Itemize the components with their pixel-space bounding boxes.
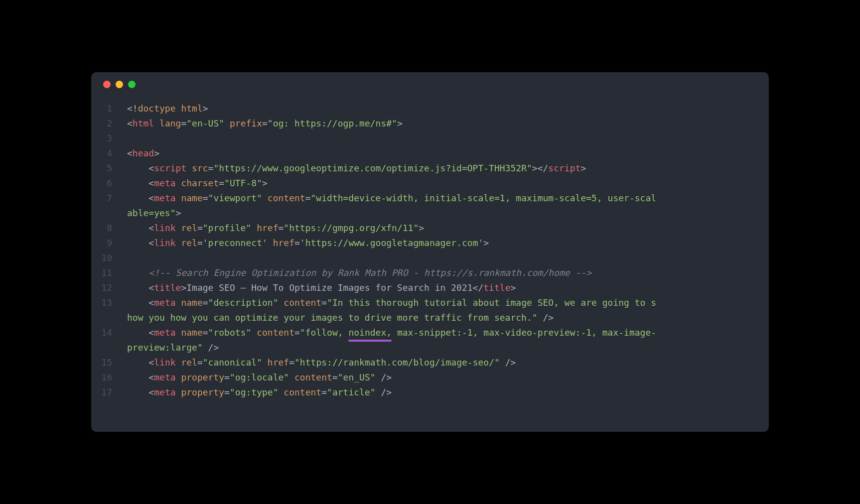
line-number: 8 [91, 221, 127, 236]
line-number: 5 [91, 161, 127, 176]
code-line[interactable]: 5 <script src="https://www.googleoptimiz… [91, 161, 769, 176]
code-line[interactable]: 15 <link rel="canonical" href="https://r… [91, 355, 769, 370]
code-line[interactable]: 13 <meta name="description" content="In … [91, 295, 769, 310]
code-line[interactable]: 2<html lang="en-US" prefix="og: https://… [91, 116, 769, 131]
line-content[interactable]: <html lang="en-US" prefix="og: https://o… [127, 116, 757, 131]
line-content[interactable]: <meta property="og:type" content="articl… [127, 385, 757, 400]
line-number [91, 310, 127, 325]
line-content[interactable]: <meta charset="UTF-8"> [127, 176, 757, 191]
line-content[interactable]: <!-- Search Engine Optimization by Rank … [127, 265, 757, 280]
titlebar [91, 72, 769, 96]
code-line[interactable]: 10 [91, 251, 769, 265]
line-number: 1 [91, 101, 127, 116]
code-line[interactable]: 6 <meta charset="UTF-8"> [91, 176, 769, 191]
line-content[interactable]: <meta name="robots" content="follow, noi… [127, 325, 757, 340]
code-line[interactable]: 12 <title>Image SEO – How To Optimize Im… [91, 280, 769, 295]
code-line[interactable]: 8 <link rel="profile" href="https://gmpg… [91, 221, 769, 236]
code-line-wrap[interactable]: able=yes"> [91, 206, 769, 221]
line-content[interactable]: <meta name="viewport" content="width=dev… [127, 191, 757, 206]
close-button[interactable] [103, 81, 111, 88]
line-content[interactable]: <link rel='preconnect' href='https://www… [127, 236, 757, 251]
minimize-button[interactable] [116, 81, 123, 88]
line-content[interactable]: <link rel="profile" href="https://gmpg.o… [127, 221, 757, 236]
line-number: 6 [91, 176, 127, 191]
line-number: 10 [91, 251, 127, 265]
line-number [91, 206, 127, 221]
code-line[interactable]: 3 [91, 131, 769, 146]
line-number [91, 340, 127, 355]
line-content[interactable] [127, 251, 757, 265]
line-content[interactable]: <script src="https://www.googleoptimize.… [127, 161, 757, 176]
code-line[interactable]: 9 <link rel='preconnect' href='https://w… [91, 236, 769, 251]
code-line[interactable]: 4<head> [91, 146, 769, 161]
line-content[interactable]: able=yes"> [127, 206, 757, 221]
line-content[interactable]: <meta name="description" content="In thi… [127, 295, 757, 310]
line-number: 15 [91, 355, 127, 370]
code-line[interactable]: 16 <meta property="og:locale" content="e… [91, 370, 769, 385]
code-area[interactable]: 1<!doctype html>2<html lang="en-US" pref… [91, 96, 769, 410]
line-content[interactable]: <link rel="canonical" href="https://rank… [127, 355, 757, 370]
line-number: 11 [91, 265, 127, 280]
code-line[interactable]: 17 <meta property="og:type" content="art… [91, 385, 769, 400]
line-content[interactable]: <!doctype html> [127, 101, 757, 116]
line-number: 9 [91, 236, 127, 251]
code-line[interactable]: 14 <meta name="robots" content="follow, … [91, 325, 769, 340]
line-content[interactable] [127, 131, 757, 146]
maximize-button[interactable] [128, 81, 136, 88]
code-editor-window: 1<!doctype html>2<html lang="en-US" pref… [91, 72, 769, 432]
line-number: 2 [91, 116, 127, 131]
code-line[interactable]: 1<!doctype html> [91, 101, 769, 116]
line-number: 13 [91, 295, 127, 310]
line-content[interactable]: <title>Image SEO – How To Optimize Image… [127, 280, 757, 295]
line-number: 16 [91, 370, 127, 385]
line-number: 3 [91, 131, 127, 146]
line-number: 12 [91, 280, 127, 295]
code-line-wrap[interactable]: preview:large" /> [91, 340, 769, 355]
line-content[interactable]: how you how you can optimize your images… [127, 310, 757, 325]
line-number: 14 [91, 325, 127, 340]
code-line[interactable]: 11 <!-- Search Engine Optimization by Ra… [91, 265, 769, 280]
line-content[interactable]: <head> [127, 146, 757, 161]
code-line[interactable]: 7 <meta name="viewport" content="width=d… [91, 191, 769, 206]
line-content[interactable]: <meta property="og:locale" content="en_U… [127, 370, 757, 385]
line-number: 4 [91, 146, 127, 161]
line-number: 7 [91, 191, 127, 206]
line-content[interactable]: preview:large" /> [127, 340, 757, 355]
code-line-wrap[interactable]: how you how you can optimize your images… [91, 310, 769, 325]
line-number: 17 [91, 385, 127, 400]
